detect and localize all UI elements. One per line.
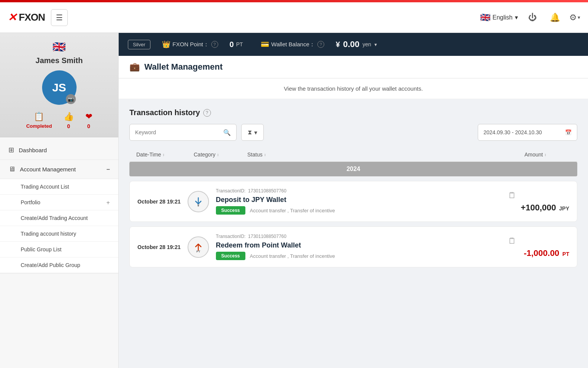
- sidebar-item-portfolio[interactable]: Portfolio +: [0, 195, 118, 210]
- completed-icon: 📋: [34, 112, 44, 122]
- keyword-input-wrap[interactable]: 🔍: [129, 124, 237, 141]
- sidebar-item-trading-account-history[interactable]: Trading account history: [0, 226, 118, 242]
- txn-middle-1: TransactionID: 173011088507760 Deposit t…: [216, 188, 502, 215]
- account-management-label: Account Management: [20, 166, 102, 173]
- filter-chevron-icon: ▾: [254, 129, 257, 136]
- page-header: 💼 Wallet Management: [119, 56, 588, 78]
- filter-icon: ⧗: [248, 129, 252, 136]
- sidebar-item-create-trading-account[interactable]: Create/Add Trading Account: [0, 210, 118, 226]
- notification-button[interactable]: 🔔: [547, 10, 562, 25]
- txn-amount-wrap-2: -1,000.00 PT: [524, 248, 569, 258]
- txn-help-button[interactable]: ?: [203, 109, 211, 117]
- settings-dropdown[interactable]: ⚙ ▾: [569, 13, 580, 23]
- user-flag: 🇬🇧: [52, 41, 66, 53]
- portfolio-label: Portfolio: [21, 199, 40, 205]
- account-bar: Silver 👑 FXON Point： ? 0 PT 💳 Wallet Bal…: [119, 33, 588, 56]
- power-icon: ⏻: [528, 13, 537, 23]
- fxon-point-section: 👑 FXON Point： ?: [162, 40, 218, 49]
- wallet-label: Wallet Balance：: [271, 41, 315, 48]
- sidebar-item-dashboard[interactable]: ⊞ Dashboard: [0, 140, 118, 160]
- crown-icon: 👑: [162, 40, 170, 49]
- wallet-help[interactable]: ?: [317, 41, 324, 48]
- table-row: October 28 19:21 ¥: [129, 181, 577, 222]
- language-selector[interactable]: 🇬🇧 English ▾: [480, 13, 518, 23]
- redeem-icon-wrap: PT: [188, 236, 209, 258]
- calendar-icon: 📅: [565, 129, 572, 135]
- logo-x: ✕: [8, 11, 16, 24]
- txn-name-2: Redeem from Point Wallet: [216, 241, 502, 249]
- user-name: James Smith: [36, 56, 83, 65]
- user-section: 🇬🇧 James Smith JS 📷 📋 Completed 👍 0: [0, 33, 118, 137]
- column-headers: Date-Time ↕ Category ↕ Status ↕ Amount ↕: [129, 148, 577, 162]
- stat-likes: 👍 0: [64, 112, 74, 129]
- sidebar-nav: ⊞ Dashboard 🖥 Account Management − Tradi…: [0, 137, 118, 277]
- avatar-wrap: JS 📷: [42, 70, 77, 105]
- txn-amount-wrap-1: +100,000 JPY: [521, 203, 569, 213]
- col-status-label: Status: [247, 151, 263, 158]
- txn-datetime-1: October 28 19:21: [137, 199, 181, 205]
- description-text: View the transaction history of all your…: [284, 85, 423, 92]
- create-public-group-label: Create/Add Public Group: [21, 262, 80, 268]
- like-icon: 👍: [64, 112, 74, 122]
- page-title: Wallet Management: [144, 62, 223, 72]
- hamburger-icon: ☰: [56, 13, 63, 22]
- wallet-balance-dropdown[interactable]: ¥ 0.00 yen ▾: [336, 39, 377, 49]
- year-label: 2024: [346, 166, 360, 172]
- fxon-point-help[interactable]: ?: [211, 41, 218, 48]
- fav-count: 0: [87, 123, 90, 129]
- keyword-input[interactable]: [135, 129, 223, 135]
- col-datetime[interactable]: Date-Time ↕: [136, 151, 186, 158]
- sidebar-item-create-public-group[interactable]: Create/Add Public Group: [0, 257, 118, 273]
- col-status[interactable]: Status ↕: [247, 151, 293, 158]
- txn-right-1: 🗒 +100,000 JPY: [508, 191, 569, 213]
- power-button[interactable]: ⏻: [525, 10, 540, 25]
- col-category[interactable]: Category ↕: [194, 151, 240, 158]
- filter-bar: 🔍 ⧗ ▾ 2024.09.30 - 2024.10.30 📅: [129, 124, 577, 141]
- txn-status-row-1: Success Account transfer , Transfer of i…: [216, 206, 502, 215]
- date-range-picker[interactable]: 2024.09.30 - 2024.10.30 📅: [478, 124, 577, 141]
- col-amount[interactable]: Amount ↕: [524, 151, 570, 158]
- create-trading-account-label: Create/Add Trading Account: [21, 215, 88, 221]
- camera-icon: 📷: [68, 96, 74, 102]
- txn-datetime-2: October 28 19:21: [137, 244, 181, 250]
- camera-button[interactable]: 📷: [66, 94, 76, 104]
- language-label: English: [493, 14, 513, 21]
- wallet-chevron-icon: ▾: [374, 42, 377, 47]
- fxon-point-label: FXON Point：: [173, 41, 209, 48]
- public-group-list-label: Public Group List: [21, 246, 62, 252]
- portfolio-expand-icon: +: [106, 199, 110, 206]
- transaction-section: Transaction history ? 🔍 ⧗ ▾ 2024.09.30 -…: [119, 99, 588, 281]
- description-bar: View the transaction history of all your…: [119, 78, 588, 99]
- receipt-icon-1[interactable]: 🗒: [508, 191, 516, 200]
- sort-datetime-icon: ↕: [163, 153, 165, 157]
- nav-left: ✕ FXON ☰: [8, 9, 480, 26]
- avatar-initials: JS: [52, 81, 66, 94]
- sidebar-item-public-group-list[interactable]: Public Group List: [0, 242, 118, 257]
- redeem-icon: PT: [188, 236, 209, 258]
- sort-category-icon: ↕: [217, 153, 219, 157]
- txn-right-2: 🗒 -1,000.00 PT: [508, 236, 569, 258]
- wallet-management-icon: 💼: [129, 62, 140, 72]
- date-range-value: 2024.09.30 - 2024.10.30: [483, 129, 542, 135]
- stat-completed: 📋 Completed: [26, 112, 52, 129]
- sidebar-item-account-management[interactable]: 🖥 Account Management −: [0, 160, 118, 179]
- hamburger-button[interactable]: ☰: [51, 9, 68, 26]
- txn-amount-1: +100,000: [521, 203, 556, 213]
- deposit-icon: ¥: [188, 191, 209, 212]
- wallet-section: 💳 Wallet Balance： ?: [261, 40, 325, 49]
- filter-button[interactable]: ⧗ ▾: [241, 124, 264, 141]
- txn-status-row-2: Success Account transfer , Transfer of i…: [216, 252, 502, 260]
- col-amount-label: Amount: [524, 151, 543, 158]
- sort-amount-icon: ↕: [544, 153, 546, 157]
- receipt-icon-2[interactable]: 🗒: [508, 236, 516, 246]
- year-divider: 2024: [129, 162, 577, 176]
- txn-desc-2: Account transfer , Transfer of incentive: [250, 253, 335, 259]
- svg-text:PT: PT: [196, 250, 200, 252]
- logo-fxon: FXON: [19, 11, 45, 23]
- sidebar-item-trading-account-list[interactable]: Trading Account List: [0, 179, 118, 195]
- gear-icon: ⚙: [569, 13, 577, 23]
- collapse-icon: −: [106, 166, 110, 173]
- bell-icon: 🔔: [550, 13, 560, 23]
- fxon-point-value: 0: [230, 40, 234, 49]
- search-icon[interactable]: 🔍: [223, 129, 231, 136]
